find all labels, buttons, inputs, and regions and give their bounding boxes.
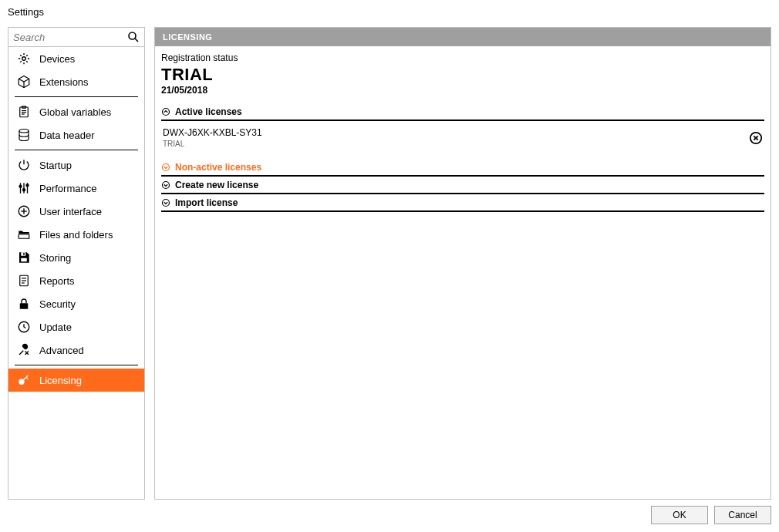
close-circle-icon (749, 131, 763, 145)
sidebar-item-extensions[interactable]: Extensions (8, 70, 144, 93)
sidebar-item-files-and-folders[interactable]: Files and folders (8, 223, 144, 246)
svg-rect-20 (21, 258, 27, 262)
sidebar-item-label: Security (39, 298, 76, 310)
sidebar-item-label: Files and folders (39, 229, 113, 241)
svg-point-2 (22, 57, 26, 61)
sidebar-item-performance[interactable]: Performance (8, 177, 144, 200)
sidebar-item-user-interface[interactable]: User interface (8, 200, 144, 223)
sidebar-item-label: Reports (39, 275, 75, 287)
section-import-license[interactable]: Import license (161, 194, 764, 212)
section-active-body: DWX-J6XK-KXBL-SY31 TRIAL (161, 121, 764, 159)
svg-point-14 (26, 184, 29, 187)
registration-status-label: Registration status (161, 52, 764, 63)
sidebar-item-devices[interactable]: Devices (8, 47, 144, 70)
sidebar-item-label: Advanced (39, 345, 84, 356)
sidebar-item-label: Licensing (39, 375, 82, 386)
clipboard-icon (16, 105, 32, 119)
svg-point-12 (23, 189, 25, 191)
sidebar-item-label: Startup (39, 160, 72, 171)
svg-rect-25 (20, 303, 29, 309)
sidebar-item-data-header[interactable]: Data header (8, 123, 144, 146)
sidebar-item-security[interactable]: Security (8, 292, 144, 315)
sidebar-divider (15, 96, 138, 97)
save-icon (16, 251, 32, 264)
registration-status-date: 21/05/2018 (161, 85, 764, 96)
svg-point-32 (163, 164, 170, 171)
cancel-button[interactable]: Cancel (714, 506, 771, 524)
sidebar-divider (15, 365, 138, 365)
sliders-icon (16, 181, 32, 195)
svg-point-28 (163, 109, 170, 116)
svg-line-1 (135, 39, 138, 42)
sidebar-item-label: Update (39, 322, 72, 333)
settings-window: Settings (0, 0, 779, 532)
monitor-icon (16, 204, 32, 218)
svg-rect-19 (23, 253, 25, 255)
chevron-up-icon (161, 107, 170, 116)
content-panel: LICENSING Registration status TRIAL 21/0… (154, 27, 771, 500)
svg-point-34 (163, 200, 170, 207)
sidebar-item-licensing[interactable]: Licensing (8, 369, 144, 392)
refresh-icon (16, 320, 32, 334)
sidebar-item-label: Performance (39, 183, 96, 194)
section-nonactive-licenses[interactable]: Non-active licenses (161, 159, 764, 177)
sidebar-divider (15, 150, 138, 150)
content-body: Registration status TRIAL 21/05/2018 Act… (155, 46, 771, 218)
folder-icon (16, 227, 32, 241)
tools-icon (16, 343, 32, 357)
section-create-license[interactable]: Create new license (161, 177, 764, 194)
section-title: Active licenses (175, 106, 242, 117)
gear-icon (16, 52, 32, 66)
sidebar-item-label: Extensions (39, 76, 89, 88)
key-icon (16, 373, 32, 387)
power-icon (16, 158, 32, 172)
search-input[interactable] (8, 28, 144, 46)
window-title: Settings (0, 0, 779, 21)
sidebar-item-update[interactable]: Update (8, 315, 144, 338)
sidebar: Devices Extensions (8, 27, 145, 500)
search-icon[interactable] (127, 31, 140, 43)
chevron-down-icon (161, 180, 170, 190)
sidebar-nav: Devices Extensions (8, 47, 144, 499)
svg-point-0 (129, 32, 136, 39)
sidebar-item-label: Devices (39, 53, 75, 65)
svg-point-8 (19, 130, 29, 133)
license-row: DWX-J6XK-KXBL-SY31 TRIAL (161, 123, 764, 151)
sidebar-item-storing[interactable]: Storing (8, 246, 144, 269)
chevron-down-icon (161, 198, 170, 207)
remove-license-button[interactable] (749, 131, 763, 145)
chevron-down-icon (161, 163, 170, 172)
svg-point-27 (19, 379, 24, 384)
ok-button[interactable]: OK (651, 506, 708, 524)
cube-icon (16, 75, 32, 89)
content-header: LICENSING (155, 28, 771, 46)
footer: OK Cancel (8, 500, 771, 524)
section-title: Import license (175, 197, 238, 208)
database-icon (16, 128, 32, 142)
sidebar-item-startup[interactable]: Startup (8, 153, 144, 177)
search-wrap (8, 28, 144, 47)
main-row: Devices Extensions (8, 27, 771, 500)
section-title: Non-active licenses (175, 162, 261, 173)
sidebar-item-advanced[interactable]: Advanced (8, 338, 144, 362)
svg-point-33 (163, 182, 170, 189)
license-key: DWX-J6XK-KXBL-SY31 (163, 127, 262, 138)
sidebar-item-global-variables[interactable]: Global variables (8, 100, 144, 123)
sidebar-item-reports[interactable]: Reports (8, 269, 144, 292)
sidebar-item-label: Data header (39, 130, 95, 141)
sidebar-item-label: Storing (39, 252, 71, 264)
lock-icon (16, 297, 32, 311)
sidebar-item-label: User interface (39, 206, 102, 217)
section-active-licenses[interactable]: Active licenses (161, 103, 764, 121)
document-icon (16, 274, 32, 288)
license-info: DWX-J6XK-KXBL-SY31 TRIAL (163, 127, 262, 148)
window-body: Devices Extensions (0, 21, 779, 532)
svg-point-10 (19, 185, 22, 187)
sidebar-item-label: Global variables (39, 106, 111, 118)
registration-status-value: TRIAL (161, 65, 764, 85)
section-title: Create new license (175, 180, 258, 190)
license-tag: TRIAL (163, 140, 262, 148)
